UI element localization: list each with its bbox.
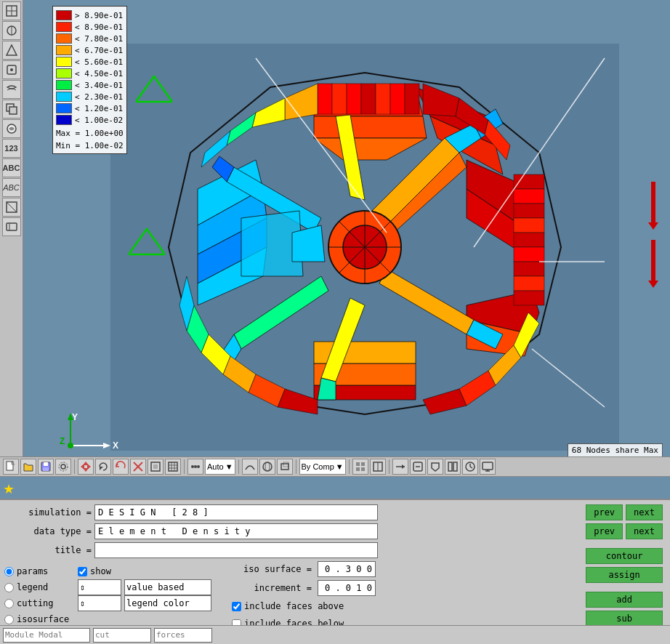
params-label: params [17,566,75,576]
star-icon[interactable]: ★ [3,481,15,497]
title-row: title = [4,542,666,558]
tb-more5[interactable] [445,459,461,475]
red-arrow-2 [651,240,655,283]
legend-color-8 [56,103,72,113]
tb-box2[interactable] [277,459,293,475]
legend-label-4: < 5.60e-01 [75,57,123,67]
tb-mesh[interactable] [165,459,181,475]
svg-rect-30 [514,276,544,291]
value-based-dropdown[interactable]: ⇕ [78,579,121,595]
sub-btn[interactable]: sub [586,611,663,627]
svg-point-57 [61,464,65,469]
data-type-row: data type = [4,523,666,539]
legend-color-text: legend color [126,598,190,608]
toolbar-btn-9[interactable]: ABC [2,158,21,177]
isosurface-radio[interactable] [4,615,14,624]
by-comp-dropdown[interactable]: By Comp ▼ [299,459,346,475]
toolbar-btn-2[interactable] [2,21,21,40]
legend-label-ctrl: legend [17,582,75,592]
simulation-row: simulation = [4,504,666,520]
sim-next-btn[interactable]: next [626,504,663,520]
tb-monitor[interactable] [480,459,496,475]
sim-value-input[interactable] [94,504,378,520]
data-nav: prev next [586,523,663,539]
tb-delete[interactable] [130,459,146,475]
by-comp-chevron: ▼ [336,462,344,471]
tb-grid2[interactable] [370,459,386,475]
legend-label-9: < 1.00e-02 [75,116,123,125]
tb-settings[interactable] [55,459,71,475]
contour-btn[interactable]: contour [586,548,663,564]
data-prev-btn[interactable]: prev [586,523,623,539]
legend-row-0: > 8.90e-01 [56,9,124,21]
svg-rect-95 [483,462,493,470]
legend-color-7 [56,92,72,102]
data-next-btn[interactable]: next [626,523,663,539]
forces-input[interactable] [154,628,212,643]
auto-chevron: ▼ [225,462,233,471]
tb-move[interactable] [78,459,94,475]
sim-prev-btn[interactable]: prev [586,504,623,520]
toolbar-btn-11[interactable] [2,198,21,217]
add-btn[interactable]: add [586,592,663,608]
legend-max: Max = 1.00e+00 [56,129,124,138]
svg-rect-83 [361,467,365,471]
svg-rect-79 [283,462,288,467]
svg-rect-68 [169,462,177,471]
tb-rotate[interactable] [95,459,111,475]
left-toolbar: 123 ABC ABC [0,0,23,477]
legend-color-label-dropdown[interactable]: legend color [124,595,211,611]
title-label: title = [4,545,92,555]
toolbar-btn-10[interactable]: ABC [2,178,21,197]
tb-more1[interactable] [187,459,203,475]
toolbar-btn-4[interactable] [2,60,21,79]
toolbar-btn-7[interactable] [2,119,21,138]
tb-more2[interactable] [392,459,408,475]
legend-row-9: < 1.00e-02 [56,114,124,126]
tb-sphere[interactable] [259,459,275,475]
legend-label-2: < 7.80e-01 [75,34,123,44]
tb-box[interactable] [148,459,164,475]
title-input[interactable] [94,542,378,558]
tb-open[interactable] [20,459,36,475]
tb-more6[interactable] [462,459,478,475]
legend-row-1: < 8.90e-01 [56,21,124,33]
tb-more4[interactable] [427,459,443,475]
toolbar-btn-3[interactable] [2,41,21,60]
tb-undo[interactable] [113,459,129,475]
cut-input[interactable] [93,628,151,643]
show-checkbox[interactable] [78,567,87,576]
tb-save[interactable] [38,459,54,475]
svg-rect-9 [9,107,17,114]
legend-color-dropdown-arrow[interactable]: ⇕ [78,595,121,611]
value-based-label-dropdown[interactable]: value based [124,579,211,595]
data-type-label: data type = [4,526,92,536]
separator-1 [74,459,75,474]
toolbar-btn-8[interactable]: 123 [2,139,21,158]
tb-grid1[interactable] [352,459,368,475]
svg-rect-18 [347,84,361,114]
increment-input[interactable] [318,580,376,596]
data-type-input[interactable] [94,523,378,539]
tb-new[interactable] [3,459,19,475]
toolbar-btn-12[interactable] [2,217,21,236]
toolbar-btn-5[interactable] [2,80,21,99]
iso-surface-input[interactable] [318,561,376,577]
module-modal-input[interactable] [3,628,90,643]
svg-rect-28 [514,247,544,262]
include-above-checkbox[interactable] [232,602,241,611]
legend-radio[interactable] [4,583,14,592]
include-above-row: include faces above [232,599,376,613]
cutting-radio[interactable] [4,599,14,608]
tb-curve1[interactable] [242,459,258,475]
assign-btn[interactable]: assign [586,567,663,583]
legend-row-6: < 3.40e-01 [56,79,124,91]
legend-row-2: < 7.80e-01 [56,33,124,44]
toolbar-btn-6[interactable] [2,100,21,118]
legend-row-5: < 4.50e-01 [56,68,124,79]
svg-point-76 [263,462,272,471]
toolbar-btn-1[interactable] [2,1,21,20]
auto-dropdown[interactable]: Auto ▼ [205,459,235,475]
params-radio[interactable] [4,567,14,576]
tb-more3[interactable] [410,459,426,475]
